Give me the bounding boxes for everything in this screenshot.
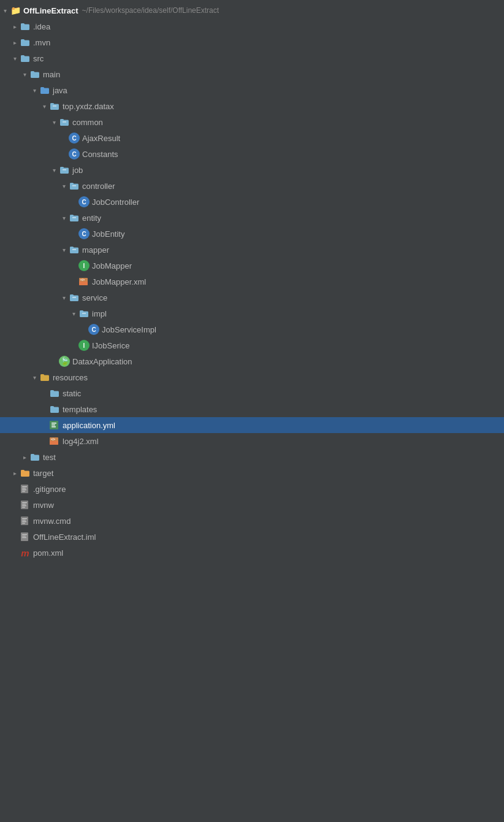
item-label: AjaxResult (82, 134, 120, 143)
tree-item-mvnw-cmd[interactable]: mvnw.cmd (0, 513, 504, 529)
tree-item-controller[interactable]: ▾ controller (0, 178, 504, 194)
item-label: controller (82, 182, 115, 191)
folder-icon (49, 389, 60, 398)
tree-item-mapper[interactable]: ▾ mapper (0, 242, 504, 258)
yml-icon (49, 420, 60, 431)
tree-item-root[interactable]: ▾📁OffLineExtract~/Files/workspace/idea/s… (0, 2, 504, 18)
svg-rect-14 (52, 426, 56, 428)
tree-item-AjaxResult[interactable]: CAjaxResult (0, 130, 504, 146)
tree-item-OffLineExtract-iml[interactable]: OffLineExtract.iml (0, 529, 504, 545)
arrow-down-icon: ▾ (10, 53, 20, 63)
svg-rect-31 (22, 521, 26, 522)
class-icon: C (69, 148, 80, 159)
arrow-down-icon: ▾ (49, 117, 59, 127)
package-icon (69, 293, 80, 302)
svg-rect-33 (21, 532, 28, 541)
tree-item-IJobSerice[interactable]: IIJobSerice (0, 337, 504, 353)
item-label: JobMapper (92, 261, 132, 271)
folder-icon (20, 54, 31, 63)
svg-rect-21 (22, 490, 26, 490)
item-label: impl (92, 309, 107, 318)
tree-item-DataxApplication[interactable]: 🍃DataxApplication (0, 353, 504, 369)
svg-rect-32 (22, 523, 25, 524)
item-label: JobMapper.xml (92, 277, 146, 286)
svg-rect-36 (22, 537, 26, 538)
arrow-right-icon: ▸ (10, 468, 20, 478)
interface-icon: I (78, 340, 90, 351)
tree-item-test[interactable]: ▸ test (0, 449, 504, 465)
tree-item-Constants[interactable]: CConstants (0, 146, 504, 162)
tree-item-log4j2-xml[interactable]: </> log4j2.xml (0, 433, 504, 449)
tree-item-static[interactable]: static (0, 385, 504, 401)
iml-icon (20, 531, 31, 542)
tree-item-mvn[interactable]: ▸ .mvn (0, 34, 504, 50)
item-label: JobController (92, 198, 139, 207)
arrow-right-icon: ▸ (20, 452, 29, 462)
tree-item-mvnw[interactable]: mvnw (0, 497, 504, 513)
tree-item-idea[interactable]: ▸ .idea (0, 18, 504, 34)
folder-orange-icon (20, 469, 31, 477)
tree-item-target[interactable]: ▸ target (0, 465, 504, 481)
tree-item-gitignore[interactable]: .gitignore (0, 481, 504, 497)
svg-rect-23 (21, 501, 28, 509)
item-label: Constants (82, 150, 118, 159)
svg-rect-18 (21, 485, 28, 493)
tree-item-pom-xml[interactable]: mpom.xml (0, 545, 504, 561)
xml-icon: </> (78, 276, 90, 287)
arrow-down-icon: ▾ (49, 165, 59, 175)
svg-rect-20 (22, 488, 26, 489)
item-label: mapper (82, 245, 109, 255)
svg-rect-7 (79, 282, 88, 285)
tree-item-templates[interactable]: templates (0, 401, 504, 417)
tree-item-impl[interactable]: ▾ impl (0, 305, 504, 321)
arrow-down-icon: ▾ (69, 309, 78, 318)
item-label: top.yxdz.datax (63, 102, 114, 111)
package-icon (69, 213, 80, 222)
tree-item-common[interactable]: ▾ common (0, 114, 504, 130)
arrow-down-icon: ▾ (29, 372, 39, 382)
item-label: DataxApplication (72, 357, 132, 366)
arrow-down-icon: ▾ (20, 69, 29, 79)
package-icon (49, 102, 60, 110)
svg-rect-13 (52, 424, 55, 426)
tree-item-JobMapper[interactable]: IJobMapper (0, 258, 504, 274)
svg-rect-22 (22, 491, 25, 492)
tree-item-JobEntity[interactable]: CJobEntity (0, 226, 504, 242)
tree-item-service[interactable]: ▾ service (0, 290, 504, 305)
tree-item-JobServiceImpl[interactable]: CJobServiceImpl (0, 321, 504, 337)
item-label: .gitignore (33, 485, 66, 494)
tree-item-java[interactable]: ▾ java (0, 82, 504, 98)
item-label: .mvn (33, 38, 50, 47)
item-label: common (72, 118, 103, 127)
item-label: target (33, 469, 53, 478)
arrow-down-icon: ▾ (59, 293, 69, 302)
item-label: OffLineExtract.iml (33, 532, 96, 542)
item-label: templates (63, 405, 97, 414)
tree-item-resources[interactable]: ▾ resources (0, 369, 504, 385)
class-icon: C (78, 196, 90, 207)
item-label: job (72, 166, 83, 175)
svg-rect-5 (72, 249, 76, 250)
root-path: ~/Files/workspace/idea/self/OffLineExtra… (82, 6, 220, 15)
class-icon: C (78, 228, 90, 239)
tree-item-application-yml[interactable]: application.yml (0, 417, 504, 433)
item-label: IJobSerice (92, 341, 129, 350)
tree-item-JobMapper-xml[interactable]: </> JobMapper.xml (0, 274, 504, 290)
folder-icon (20, 38, 31, 47)
folder-icon (49, 405, 60, 413)
arrow-down-icon: ▾ (29, 85, 39, 95)
tree-item-entity[interactable]: ▾ entity (0, 210, 504, 226)
item-label: test (43, 453, 56, 462)
tree-item-JobController[interactable]: CJobController (0, 194, 504, 210)
svg-rect-10 (82, 313, 86, 314)
tree-item-job[interactable]: ▾ job (0, 162, 504, 178)
item-label: JobEntity (92, 229, 124, 239)
item-label: java (53, 86, 67, 95)
tree-item-top-yxdz-datax[interactable]: ▾ top.yxdz.datax (0, 98, 504, 114)
tree-item-src[interactable]: ▾ src (0, 50, 504, 66)
tree-item-main[interactable]: ▾ main (0, 66, 504, 82)
svg-rect-25 (22, 504, 26, 505)
item-label: service (82, 293, 107, 302)
text-icon (20, 499, 31, 510)
spring-icon: 🍃 (59, 356, 70, 367)
